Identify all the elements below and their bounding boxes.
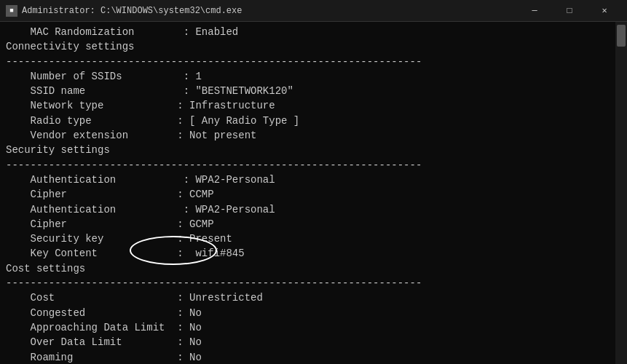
- maximize-button[interactable]: □: [553, 0, 586, 22]
- terminal-line-cipher2: Cipher : GCMP: [6, 217, 621, 232]
- terminal-line-ssid-name: SSID name : "BESTNETWORK120": [6, 84, 621, 98]
- scrollbar-thumb[interactable]: [617, 25, 626, 47]
- terminal-line-auth1: Authentication : WPA2-Personal: [6, 173, 621, 187]
- terminal-line-radio-type: Radio type : [ Any Radio Type ]: [6, 114, 621, 128]
- scrollbar[interactable]: [615, 22, 627, 364]
- terminal-line-roaming: Roaming : No: [6, 350, 621, 364]
- close-button[interactable]: ✕: [588, 0, 621, 22]
- terminal-line-cost: Cost : Unrestricted: [6, 290, 621, 305]
- window-frame: ■ Administrator: C:\WINDOWS\system32\cmd…: [0, 0, 627, 364]
- terminal-line-num-ssids: Number of SSIDs : 1: [6, 69, 621, 84]
- terminal-line-network-type: Network type : Infrastructure: [6, 98, 621, 113]
- terminal-content: MAC Randomization : EnabledConnectivity …: [0, 22, 627, 364]
- terminal-line-congested: Congested : No: [6, 306, 621, 320]
- terminal-line-over-data: Over Data Limit : No: [6, 335, 621, 349]
- terminal-line-conn-header: Connectivity settings: [6, 39, 621, 54]
- terminal-lines: MAC Randomization : EnabledConnectivity …: [6, 25, 621, 364]
- terminal-line-cost-divider: ----------------------------------------…: [6, 276, 621, 290]
- terminal-line-conn-divider: ----------------------------------------…: [6, 55, 621, 69]
- terminal-line-cost-header: Cost settings: [6, 261, 621, 276]
- title-bar: ■ Administrator: C:\WINDOWS\system32\cmd…: [0, 0, 627, 22]
- terminal-line-auth2: Authentication : WPA2-Personal: [6, 202, 621, 217]
- terminal-line-sec-header: Security settings: [6, 143, 621, 157]
- terminal-line-cipher1: Cipher : CCMP: [6, 187, 621, 202]
- minimize-button[interactable]: —: [518, 0, 551, 22]
- terminal-line-mac-rand: MAC Randomization : Enabled: [6, 25, 621, 39]
- title-bar-text: Administrator: C:\WINDOWS\system32\cmd.e…: [22, 6, 518, 16]
- terminal-line-sec-key: Security key : Present: [6, 232, 621, 246]
- terminal-line-vendor-ext: Vendor extension : Not present: [6, 128, 621, 143]
- app-icon: ■: [6, 5, 17, 17]
- title-bar-controls: — □ ✕: [518, 0, 621, 22]
- terminal-line-approach-data: Approaching Data Limit : No: [6, 320, 621, 335]
- terminal-line-key-content: Key Content : wifi#845: [6, 246, 621, 261]
- terminal-line-sec-divider: ----------------------------------------…: [6, 158, 621, 173]
